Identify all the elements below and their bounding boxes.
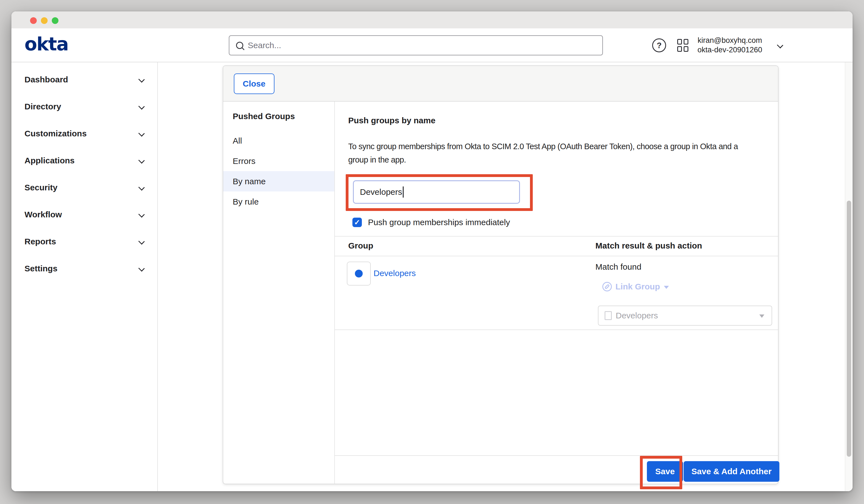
chevron-down-icon	[138, 157, 145, 164]
window-titlebar	[11, 11, 853, 28]
zoom-window-icon[interactable]	[52, 17, 58, 24]
sidebar-nav: Dashboard Directory Customizations Appli…	[11, 62, 158, 491]
push-by-name-form: Push groups by name To sync group member…	[335, 101, 778, 484]
app-window: okta ? kiran@boxyhq.com okta-dev-2090126…	[11, 11, 853, 491]
help-icon[interactable]: ?	[652, 38, 666, 52]
text-cursor	[403, 187, 404, 197]
sidebar-item-security[interactable]: Security	[11, 174, 157, 201]
minimize-window-icon[interactable]	[41, 17, 48, 24]
scrollbar-thumb[interactable]	[847, 201, 851, 457]
save-button[interactable]: Save	[647, 461, 683, 482]
push-immediately-row: ✓ Push group memberships immediately	[352, 218, 510, 227]
push-groups-panel: Close Pushed Groups All Errors By name B…	[223, 65, 779, 484]
link-group-button[interactable]: Link Group	[602, 281, 669, 292]
sidebar-item-label: Applications	[24, 156, 75, 165]
chevron-down-icon[interactable]	[777, 42, 783, 48]
search-box	[229, 35, 603, 56]
chevron-down-icon	[138, 103, 145, 110]
account-email: kiran@boxyhq.com	[688, 36, 771, 45]
nav-item-by-rule[interactable]: By rule	[223, 191, 334, 212]
pushed-groups-nav: Pushed Groups All Errors By name By rule	[223, 101, 335, 484]
nav-item-by-name[interactable]: By name	[223, 171, 334, 191]
sidebar-item-reports[interactable]: Reports	[11, 228, 157, 255]
app-group-icon	[604, 311, 612, 320]
chevron-down-icon	[138, 130, 145, 137]
group-icon	[355, 270, 363, 277]
sidebar-item-dashboard[interactable]: Dashboard	[11, 66, 157, 93]
sidebar-item-label: Directory	[24, 102, 61, 111]
link-group-label: Link Group	[615, 282, 660, 291]
form-description-line2: group in the app.	[348, 153, 738, 166]
pushed-groups-title: Pushed Groups	[233, 111, 334, 121]
link-icon	[602, 281, 612, 292]
group-name-value: Developers	[360, 187, 402, 197]
table-top-border	[335, 236, 778, 237]
row-bottom-border	[335, 329, 778, 330]
account-org: okta-dev-20901260	[688, 45, 771, 55]
main-area: Close Pushed Groups All Errors By name B…	[158, 62, 845, 491]
sidebar-item-workflow[interactable]: Workflow	[11, 201, 157, 228]
push-immediately-checkbox[interactable]: ✓	[352, 218, 362, 227]
group-name-input[interactable]: Developers	[353, 180, 520, 204]
grid-cell	[677, 39, 682, 45]
column-header-match-result: Match result & push action	[596, 241, 702, 251]
sidebar-item-customizations[interactable]: Customizations	[11, 120, 157, 147]
grid-cell	[684, 39, 688, 45]
form-heading: Push groups by name	[348, 116, 435, 125]
sidebar-item-settings[interactable]: Settings	[11, 255, 157, 282]
match-status: Match found	[596, 262, 641, 272]
sidebar-item-label: Reports	[24, 237, 56, 246]
app-group-select[interactable]: Developers	[598, 305, 772, 326]
chevron-down-icon	[138, 184, 145, 191]
search-input[interactable]	[248, 41, 602, 50]
search-icon	[236, 42, 243, 49]
group-avatar	[347, 262, 371, 286]
help-glyph: ?	[657, 41, 662, 50]
sidebar-item-directory[interactable]: Directory	[11, 93, 157, 120]
push-immediately-label: Push group memberships immediately	[368, 218, 510, 227]
chevron-down-icon	[138, 76, 145, 83]
sidebar-item-label: Dashboard	[24, 75, 68, 84]
nav-item-all[interactable]: All	[223, 131, 334, 151]
okta-logo: okta	[24, 33, 68, 55]
form-description-line1: To sync group memberships from Okta to S…	[348, 140, 738, 153]
content-area: Dashboard Directory Customizations Appli…	[11, 62, 853, 491]
footer-border	[335, 455, 778, 456]
table-header-border	[335, 256, 778, 256]
nav-item-errors[interactable]: Errors	[223, 151, 334, 171]
panel-body: Pushed Groups All Errors By name By rule…	[223, 101, 778, 484]
sidebar-item-label: Customizations	[24, 129, 86, 138]
vertical-scrollbar[interactable]	[845, 62, 853, 491]
select-caret-icon	[759, 314, 764, 318]
chevron-down-icon	[138, 238, 145, 244]
grid-cell	[684, 46, 688, 52]
sidebar-item-label: Security	[24, 183, 57, 192]
column-header-group: Group	[348, 241, 373, 251]
account-menu[interactable]: kiran@boxyhq.com okta-dev-20901260	[688, 36, 771, 55]
caret-down-icon	[664, 286, 669, 289]
app-header: okta ? kiran@boxyhq.com okta-dev-2090126…	[11, 28, 853, 62]
sidebar-item-label: Workflow	[24, 210, 62, 219]
form-description: To sync group memberships from Okta to S…	[348, 140, 738, 166]
chevron-down-icon	[138, 265, 145, 272]
chevron-down-icon	[138, 211, 145, 218]
pushed-groups-list: All Errors By name By rule	[223, 131, 334, 212]
panel-toolbar: Close	[223, 66, 778, 101]
apps-grid-icon[interactable]	[677, 39, 688, 52]
checkmark-icon: ✓	[354, 218, 360, 227]
grid-cell	[677, 46, 682, 52]
sidebar-item-label: Settings	[24, 264, 57, 273]
close-window-icon[interactable]	[30, 17, 37, 24]
close-button[interactable]: Close	[234, 73, 274, 94]
save-add-another-button[interactable]: Save & Add Another	[684, 461, 779, 482]
app-group-value: Developers	[616, 311, 658, 320]
sidebar-item-applications[interactable]: Applications	[11, 147, 157, 174]
group-name-link[interactable]: Developers	[374, 268, 416, 278]
